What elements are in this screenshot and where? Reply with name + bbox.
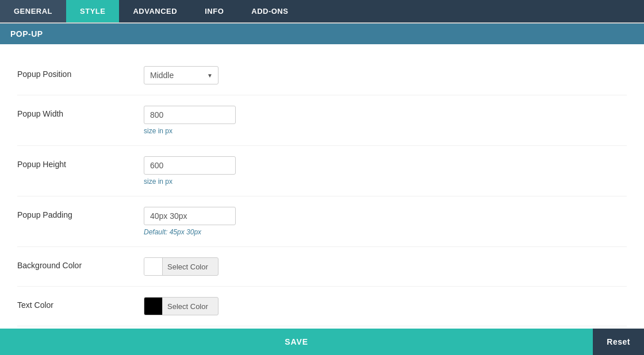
popup-position-label: Popup Position [17, 66, 144, 79]
popup-height-control: size in px [144, 156, 236, 186]
popup-padding-row: Popup Padding Default: 45px 30px [17, 196, 627, 247]
popup-height-label: Popup Height [17, 156, 144, 169]
popup-height-hint: size in px [144, 178, 236, 186]
popup-position-row: Popup Position Middle Top Bottom ▼ [17, 56, 627, 95]
text-color-button-label: Select Color [163, 302, 213, 311]
background-color-button-label: Select Color [163, 263, 213, 271]
popup-height-row: Popup Height size in px [17, 146, 627, 196]
popup-width-row: Popup Width size in px [17, 95, 627, 146]
tab-style[interactable]: STYLE [66, 0, 119, 22]
popup-padding-hint: Default: 45px 30px [144, 228, 236, 236]
reset-button[interactable]: Reset [593, 329, 644, 355]
section-header: POP-UP [0, 24, 644, 44]
background-color-label: Background Color [17, 257, 144, 270]
popup-padding-control: Default: 45px 30px [144, 207, 236, 236]
popup-position-select[interactable]: Middle Top Bottom [144, 66, 218, 84]
bottom-bar: SAVE Reset [0, 329, 644, 355]
popup-padding-label: Popup Padding [17, 207, 144, 219]
popup-width-input[interactable] [144, 106, 236, 124]
save-button[interactable]: SAVE [0, 329, 593, 355]
text-color-control: Select Color [144, 297, 218, 315]
popup-position-control: Middle Top Bottom ▼ [144, 66, 218, 84]
main-content: POP-UP Popup Position Middle Top Bottom … [0, 24, 644, 355]
background-color-button[interactable]: Select Color [144, 257, 218, 276]
tab-general[interactable]: GENERAL [0, 0, 66, 22]
popup-width-label: Popup Width [17, 106, 144, 118]
text-color-row: Text Color Select Color [17, 287, 627, 326]
tab-info[interactable]: INFO [191, 0, 237, 22]
popup-padding-input[interactable] [144, 207, 236, 225]
popup-width-hint: size in px [144, 127, 236, 135]
popup-width-control: size in px [144, 106, 236, 135]
background-color-row: Background Color Select Color [17, 247, 627, 287]
text-color-label: Text Color [17, 297, 144, 310]
popup-height-input[interactable] [144, 156, 236, 175]
top-navigation: GENERAL STYLE ADVANCED INFO ADD-ONS [0, 0, 644, 24]
text-color-button[interactable]: Select Color [144, 297, 218, 315]
tab-addons[interactable]: ADD-ONS [237, 0, 302, 22]
background-color-swatch [144, 258, 163, 275]
tab-advanced[interactable]: ADVANCED [119, 0, 191, 22]
section-title: POP-UP [10, 29, 43, 38]
background-color-control: Select Color [144, 257, 218, 276]
popup-position-select-wrapper: Middle Top Bottom ▼ [144, 66, 218, 84]
text-color-swatch [144, 298, 163, 315]
form-area: Popup Position Middle Top Bottom ▼ Popup… [0, 44, 644, 338]
